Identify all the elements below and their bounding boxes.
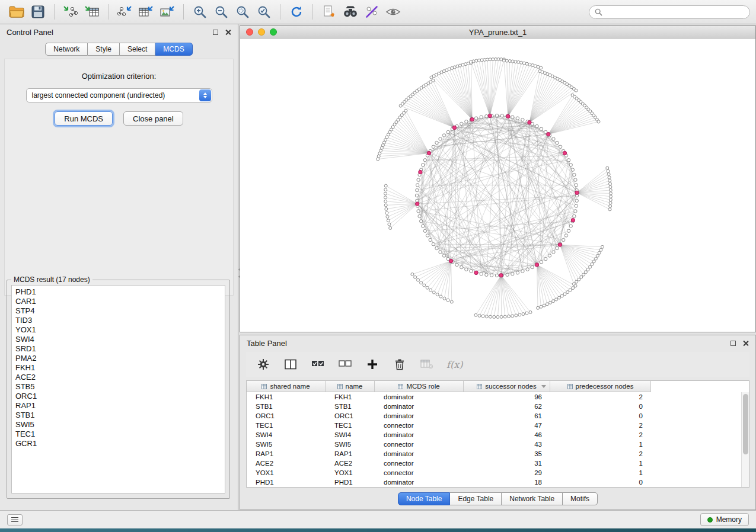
- table-row[interactable]: SWI4SWI4dominator462: [247, 430, 749, 440]
- mcds-result-item[interactable]: CAR1: [15, 297, 225, 306]
- table-cell: ORC1: [326, 411, 375, 421]
- zoom-selected-button[interactable]: [253, 2, 275, 21]
- table-row[interactable]: ORC1ORC1dominator610: [247, 411, 749, 421]
- table-options-button[interactable]: [256, 357, 271, 372]
- export-network-button[interactable]: [114, 2, 135, 21]
- search-box[interactable]: [589, 5, 750, 19]
- optimization-criterion-label: Optimization criterion:: [5, 72, 233, 81]
- mcds-result-item[interactable]: ORC1: [15, 392, 225, 401]
- mcds-result-item[interactable]: STB1: [15, 411, 225, 420]
- mcds-result-group: MCDS result (17 nodes) PHD1CAR1STP4TID3Y…: [7, 275, 230, 499]
- column-grid-icon: [477, 384, 482, 389]
- float-panel-icon[interactable]: [731, 341, 736, 346]
- tab-style[interactable]: Style: [88, 43, 120, 56]
- select-all-rows-button[interactable]: [310, 357, 326, 372]
- refresh-view-button[interactable]: [286, 2, 307, 21]
- table-cell: 43: [464, 440, 550, 449]
- export-table-button[interactable]: [135, 2, 157, 21]
- refresh-icon: [289, 5, 304, 19]
- mcds-result-item[interactable]: STB5: [15, 382, 225, 392]
- show-graphics-details-button[interactable]: [382, 2, 404, 21]
- delete-column-button[interactable]: [392, 357, 407, 372]
- tab-mcds[interactable]: MCDS: [155, 43, 192, 56]
- zoom-in-button[interactable]: [189, 2, 210, 21]
- search-network-button[interactable]: [340, 2, 361, 21]
- table-scrollbar[interactable]: [741, 392, 749, 487]
- window-zoom-button[interactable]: [270, 28, 277, 36]
- deselect-all-rows-button[interactable]: [337, 357, 353, 372]
- network-graph[interactable]: [240, 39, 755, 332]
- search-icon: [595, 8, 602, 16]
- hide-graphics-details-button[interactable]: [361, 2, 382, 21]
- mcds-result-item[interactable]: GCR1: [15, 439, 225, 448]
- optimization-criterion-dropdown[interactable]: largest connected component (undirected): [26, 88, 212, 102]
- mcds-result-list[interactable]: PHD1CAR1STP4TID3YOX1SWI4SRD1PMA2FKH1ACE2…: [11, 285, 225, 493]
- memory-status-icon: [707, 517, 713, 523]
- scrollbar-thumb[interactable]: [743, 394, 748, 454]
- table-row[interactable]: TEC1TEC1connector472: [247, 421, 749, 430]
- network-window-titlebar[interactable]: YPA_prune.txt_1: [240, 26, 755, 39]
- memory-button[interactable]: Memory: [700, 513, 749, 526]
- table-row[interactable]: STB1STB1dominator620: [247, 402, 749, 411]
- share-document-button[interactable]: [318, 2, 340, 21]
- create-column-button[interactable]: [365, 357, 380, 372]
- mcds-result-item[interactable]: STP4: [15, 306, 225, 316]
- table-row[interactable]: FKH1FKH1dominator962: [247, 392, 749, 402]
- table-row[interactable]: ACE2ACE2connector311: [247, 459, 749, 468]
- table-panel: Table Panel f(x): [240, 335, 756, 510]
- column-grid-icon: [398, 384, 403, 389]
- mcds-result-item[interactable]: SRD1: [15, 344, 225, 354]
- run-mcds-button[interactable]: Run MCDS: [55, 111, 113, 126]
- import-network-button[interactable]: [60, 2, 81, 21]
- mcds-result-item[interactable]: TID3: [15, 316, 225, 325]
- toolbar-separator: [183, 4, 184, 20]
- column-header-shared-name[interactable]: shared name: [247, 381, 326, 392]
- mcds-result-item[interactable]: SWI5: [15, 420, 225, 430]
- close-panel-icon[interactable]: [225, 29, 231, 36]
- export-image-button[interactable]: [157, 2, 178, 21]
- mcds-result-item[interactable]: RAP1: [15, 401, 225, 411]
- column-header-successor-nodes[interactable]: successor nodes: [464, 381, 550, 392]
- mcds-result-item[interactable]: PMA2: [15, 354, 225, 363]
- table-row[interactable]: RAP1RAP1dominator352: [247, 449, 749, 459]
- open-session-button[interactable]: [6, 2, 27, 21]
- table-cell: 2: [550, 449, 651, 459]
- save-session-button[interactable]: [27, 2, 49, 21]
- table-panel-title: Table Panel: [247, 339, 287, 348]
- table-row[interactable]: YOX1YOX1connector291: [247, 468, 749, 477]
- tab-edge-table[interactable]: Edge Table: [450, 492, 502, 505]
- column-label: shared name: [270, 383, 310, 390]
- zoom-out-button[interactable]: [210, 2, 232, 21]
- tab-select[interactable]: Select: [120, 43, 155, 56]
- search-input[interactable]: [606, 8, 744, 16]
- network-canvas[interactable]: [240, 39, 755, 332]
- column-header-predecessor-nodes[interactable]: predecessor nodes: [550, 381, 651, 392]
- close-panel-button[interactable]: Close panel: [123, 111, 183, 126]
- mcds-result-item[interactable]: TEC1: [15, 430, 225, 439]
- mcds-result-item[interactable]: ACE2: [15, 373, 225, 382]
- close-panel-icon[interactable]: [742, 340, 749, 347]
- mcds-result-item[interactable]: PHD1: [15, 287, 225, 297]
- show-columns-button[interactable]: [283, 357, 298, 372]
- column-header-mcds-role[interactable]: MCDS role: [375, 381, 464, 392]
- mcds-result-item[interactable]: SWI4: [15, 335, 225, 344]
- tab-network[interactable]: Network: [45, 43, 88, 56]
- tab-network-table[interactable]: Network Table: [502, 492, 563, 505]
- window-minimize-button[interactable]: [258, 28, 265, 36]
- tab-motifs[interactable]: Motifs: [563, 492, 598, 505]
- zoom-fit-button[interactable]: [232, 2, 253, 21]
- control-panel-tabs: Network Style Select MCDS: [0, 43, 238, 56]
- column-header-name[interactable]: name: [326, 381, 375, 392]
- import-table-button[interactable]: [81, 2, 103, 21]
- tab-node-table[interactable]: Node Table: [398, 492, 451, 505]
- mcds-result-item[interactable]: FKH1: [15, 363, 225, 373]
- float-panel-icon[interactable]: [213, 30, 218, 35]
- gear-icon: [257, 358, 269, 370]
- window-close-button[interactable]: [246, 28, 253, 36]
- table-row[interactable]: PHD1PHD1dominator180: [247, 477, 749, 487]
- table-cell: RAP1: [326, 449, 375, 459]
- table-cell: 2: [550, 392, 651, 402]
- table-row[interactable]: SWI5SWI5connector431: [247, 440, 749, 449]
- mcds-result-item[interactable]: YOX1: [15, 325, 225, 335]
- status-menu-button[interactable]: [7, 514, 23, 525]
